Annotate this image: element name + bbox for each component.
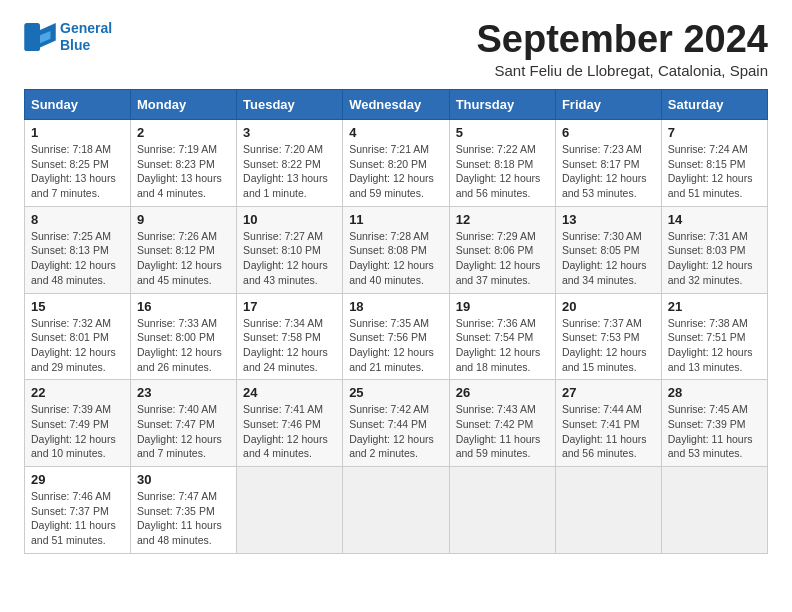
column-header-sunday: Sunday [25,90,131,120]
day-detail: Sunrise: 7:34 AM Sunset: 7:58 PM Dayligh… [243,316,336,375]
day-number: 8 [31,212,124,227]
day-number: 25 [349,385,443,400]
logo-icon [24,23,56,51]
table-row: 18Sunrise: 7:35 AM Sunset: 7:56 PM Dayli… [343,293,450,380]
location-subtitle: Sant Feliu de Llobregat, Catalonia, Spai… [477,62,769,79]
day-number: 28 [668,385,761,400]
day-number: 3 [243,125,336,140]
day-number: 13 [562,212,655,227]
table-row: 1Sunrise: 7:18 AM Sunset: 8:25 PM Daylig… [25,120,131,207]
day-number: 10 [243,212,336,227]
table-row: 9Sunrise: 7:26 AM Sunset: 8:12 PM Daylig… [131,206,237,293]
column-header-friday: Friday [555,90,661,120]
table-row: 6Sunrise: 7:23 AM Sunset: 8:17 PM Daylig… [555,120,661,207]
column-header-saturday: Saturday [661,90,767,120]
svg-rect-0 [24,23,40,51]
calendar-week-row: 22Sunrise: 7:39 AM Sunset: 7:49 PM Dayli… [25,380,768,467]
calendar-week-row: 8Sunrise: 7:25 AM Sunset: 8:13 PM Daylig… [25,206,768,293]
day-detail: Sunrise: 7:39 AM Sunset: 7:49 PM Dayligh… [31,402,124,461]
day-detail: Sunrise: 7:27 AM Sunset: 8:10 PM Dayligh… [243,229,336,288]
calendar-header-row: SundayMondayTuesdayWednesdayThursdayFrid… [25,90,768,120]
table-row: 21Sunrise: 7:38 AM Sunset: 7:51 PM Dayli… [661,293,767,380]
day-number: 15 [31,299,124,314]
table-row: 15Sunrise: 7:32 AM Sunset: 8:01 PM Dayli… [25,293,131,380]
table-row: 7Sunrise: 7:24 AM Sunset: 8:15 PM Daylig… [661,120,767,207]
day-number: 1 [31,125,124,140]
day-number: 30 [137,472,230,487]
day-detail: Sunrise: 7:18 AM Sunset: 8:25 PM Dayligh… [31,142,124,201]
table-row: 12Sunrise: 7:29 AM Sunset: 8:06 PM Dayli… [449,206,555,293]
column-header-wednesday: Wednesday [343,90,450,120]
column-header-tuesday: Tuesday [237,90,343,120]
day-detail: Sunrise: 7:33 AM Sunset: 8:00 PM Dayligh… [137,316,230,375]
title-block: September 2024 Sant Feliu de Llobregat, … [477,20,769,79]
day-detail: Sunrise: 7:23 AM Sunset: 8:17 PM Dayligh… [562,142,655,201]
day-detail: Sunrise: 7:29 AM Sunset: 8:06 PM Dayligh… [456,229,549,288]
table-row: 29Sunrise: 7:46 AM Sunset: 7:37 PM Dayli… [25,467,131,554]
day-number: 22 [31,385,124,400]
day-detail: Sunrise: 7:24 AM Sunset: 8:15 PM Dayligh… [668,142,761,201]
table-row: 11Sunrise: 7:28 AM Sunset: 8:08 PM Dayli… [343,206,450,293]
day-number: 6 [562,125,655,140]
logo-text: GeneralBlue [60,20,112,54]
day-number: 7 [668,125,761,140]
table-row: 19Sunrise: 7:36 AM Sunset: 7:54 PM Dayli… [449,293,555,380]
calendar-week-row: 15Sunrise: 7:32 AM Sunset: 8:01 PM Dayli… [25,293,768,380]
table-row: 2Sunrise: 7:19 AM Sunset: 8:23 PM Daylig… [131,120,237,207]
day-detail: Sunrise: 7:19 AM Sunset: 8:23 PM Dayligh… [137,142,230,201]
day-detail: Sunrise: 7:46 AM Sunset: 7:37 PM Dayligh… [31,489,124,548]
day-number: 14 [668,212,761,227]
day-number: 17 [243,299,336,314]
day-number: 26 [456,385,549,400]
day-number: 12 [456,212,549,227]
day-number: 9 [137,212,230,227]
day-detail: Sunrise: 7:47 AM Sunset: 7:35 PM Dayligh… [137,489,230,548]
day-number: 23 [137,385,230,400]
day-detail: Sunrise: 7:35 AM Sunset: 7:56 PM Dayligh… [349,316,443,375]
table-row: 8Sunrise: 7:25 AM Sunset: 8:13 PM Daylig… [25,206,131,293]
calendar-table: SundayMondayTuesdayWednesdayThursdayFrid… [24,89,768,554]
day-detail: Sunrise: 7:37 AM Sunset: 7:53 PM Dayligh… [562,316,655,375]
table-row [661,467,767,554]
day-detail: Sunrise: 7:25 AM Sunset: 8:13 PM Dayligh… [31,229,124,288]
table-row: 25Sunrise: 7:42 AM Sunset: 7:44 PM Dayli… [343,380,450,467]
day-number: 27 [562,385,655,400]
table-row [343,467,450,554]
column-header-monday: Monday [131,90,237,120]
column-header-thursday: Thursday [449,90,555,120]
table-row: 23Sunrise: 7:40 AM Sunset: 7:47 PM Dayli… [131,380,237,467]
table-row: 28Sunrise: 7:45 AM Sunset: 7:39 PM Dayli… [661,380,767,467]
table-row [449,467,555,554]
day-number: 29 [31,472,124,487]
day-number: 21 [668,299,761,314]
day-detail: Sunrise: 7:30 AM Sunset: 8:05 PM Dayligh… [562,229,655,288]
day-number: 24 [243,385,336,400]
day-number: 4 [349,125,443,140]
day-detail: Sunrise: 7:45 AM Sunset: 7:39 PM Dayligh… [668,402,761,461]
day-detail: Sunrise: 7:43 AM Sunset: 7:42 PM Dayligh… [456,402,549,461]
day-detail: Sunrise: 7:41 AM Sunset: 7:46 PM Dayligh… [243,402,336,461]
day-detail: Sunrise: 7:31 AM Sunset: 8:03 PM Dayligh… [668,229,761,288]
day-number: 16 [137,299,230,314]
table-row: 5Sunrise: 7:22 AM Sunset: 8:18 PM Daylig… [449,120,555,207]
calendar-body: 1Sunrise: 7:18 AM Sunset: 8:25 PM Daylig… [25,120,768,554]
table-row [237,467,343,554]
table-row: 14Sunrise: 7:31 AM Sunset: 8:03 PM Dayli… [661,206,767,293]
month-title: September 2024 [477,20,769,58]
table-row: 24Sunrise: 7:41 AM Sunset: 7:46 PM Dayli… [237,380,343,467]
table-row: 3Sunrise: 7:20 AM Sunset: 8:22 PM Daylig… [237,120,343,207]
day-detail: Sunrise: 7:26 AM Sunset: 8:12 PM Dayligh… [137,229,230,288]
day-number: 5 [456,125,549,140]
day-detail: Sunrise: 7:40 AM Sunset: 7:47 PM Dayligh… [137,402,230,461]
table-row: 17Sunrise: 7:34 AM Sunset: 7:58 PM Dayli… [237,293,343,380]
day-number: 20 [562,299,655,314]
table-row: 30Sunrise: 7:47 AM Sunset: 7:35 PM Dayli… [131,467,237,554]
day-number: 19 [456,299,549,314]
day-detail: Sunrise: 7:21 AM Sunset: 8:20 PM Dayligh… [349,142,443,201]
day-detail: Sunrise: 7:44 AM Sunset: 7:41 PM Dayligh… [562,402,655,461]
table-row: 22Sunrise: 7:39 AM Sunset: 7:49 PM Dayli… [25,380,131,467]
day-detail: Sunrise: 7:38 AM Sunset: 7:51 PM Dayligh… [668,316,761,375]
page-header: GeneralBlue September 2024 Sant Feliu de… [24,20,768,79]
calendar-week-row: 1Sunrise: 7:18 AM Sunset: 8:25 PM Daylig… [25,120,768,207]
day-detail: Sunrise: 7:22 AM Sunset: 8:18 PM Dayligh… [456,142,549,201]
